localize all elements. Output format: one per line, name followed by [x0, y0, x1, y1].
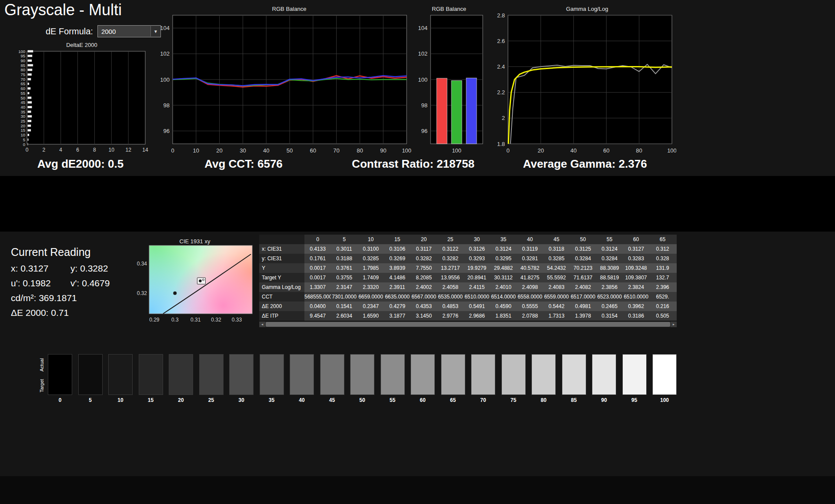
- table-value-cell: 19.9279: [464, 263, 490, 273]
- table-value-cell: 1.8351: [490, 311, 517, 321]
- table-value-cell: 3.8939: [384, 263, 411, 273]
- axis-tick-label: 102: [160, 50, 170, 57]
- de-formula-dropdown[interactable]: 2000 ▼: [97, 25, 161, 37]
- swatch-level-label: 30: [229, 397, 254, 403]
- table-value-cell: 70.2123: [570, 263, 596, 273]
- deltae-bar: [27, 115, 32, 118]
- axis-tick-label: 100: [418, 76, 428, 83]
- grayscale-swatch-55: [381, 354, 405, 395]
- axis-tick-label: 98: [421, 102, 428, 109]
- swatch-level-label: 90: [592, 397, 616, 403]
- grayscale-patch: 90: [592, 354, 616, 403]
- grayscale-patch: 5: [78, 354, 103, 403]
- grayscale-swatch-70: [471, 354, 495, 395]
- scroll-right-button[interactable]: ►: [671, 322, 677, 327]
- table-value-cell: 132.7: [649, 273, 676, 282]
- planckian-locus-curve: [163, 254, 251, 314]
- table-col-header: 40: [517, 235, 543, 244]
- table-value-cell: 0.2347: [357, 302, 384, 311]
- table-value-cell: 0.0400: [304, 302, 331, 311]
- grayscale-patch: 15: [139, 354, 163, 403]
- table-value-cell: 0.0017: [304, 273, 331, 282]
- table-value-cell: 0.3122: [437, 244, 464, 254]
- de-formula-row: dE Formula: 2000 ▼: [46, 25, 161, 37]
- red-bar: [437, 78, 447, 144]
- grayscale-patch: 0: [48, 354, 72, 403]
- axis-tick-label: 100: [18, 49, 25, 54]
- axis-tick-label: 0: [26, 147, 29, 153]
- axis-tick-label: 96: [164, 128, 170, 134]
- table-value-cell: 71.6137: [570, 273, 596, 282]
- table-value-cell: 2.3911: [384, 282, 411, 292]
- axis-tick-label: 6: [76, 147, 79, 153]
- table-value-cell: 13.9556: [437, 273, 464, 282]
- table-value-cell: 0.3127: [623, 244, 649, 254]
- axis-tick-label: 2: [502, 115, 505, 121]
- table-value-cell: 6559.0000: [543, 292, 570, 302]
- table-value-cell: 1.3978: [570, 311, 596, 321]
- deltae-bar: [27, 110, 31, 113]
- table-row-label: Gamma Log/Log: [259, 282, 304, 292]
- grayscale-patch: 45: [320, 354, 344, 403]
- stat-avg-de2000: Avg dE2000: 0.5: [17, 157, 144, 171]
- table-value-cell: 4.1486: [384, 273, 411, 282]
- table-header-row: 05101520253035404550556065: [259, 235, 677, 244]
- table-value-cell: 6523.0000: [596, 292, 623, 302]
- reading-v: v': 0.4679: [70, 278, 110, 288]
- table-value-cell: 88.5819: [596, 273, 623, 282]
- table-value-cell: 6567.0000: [411, 292, 437, 302]
- scrollbar-thumb[interactable]: [266, 322, 670, 327]
- table-value-cell: 0.3125: [570, 244, 596, 254]
- table-value-cell: 0.505: [649, 311, 676, 321]
- axis-tick-label: 2: [43, 147, 46, 153]
- table-row: ΔE 20000.04000.15410.23470.42790.43530.4…: [259, 302, 677, 311]
- axis-tick-label: 90: [380, 147, 386, 154]
- table-value-cell: 0.3285: [357, 254, 384, 263]
- table-value-cell: 0.3962: [623, 302, 649, 311]
- axis-tick-label: 70: [333, 147, 339, 154]
- swatch-level-label: 0: [48, 397, 72, 403]
- table-value-cell: 6517.0000: [570, 292, 596, 302]
- de-formula-label: dE Formula:: [46, 27, 93, 36]
- table-value-cell: 8.2085: [411, 273, 437, 282]
- table-row: Target Y0.00170.37551.74094.14868.208513…: [259, 273, 677, 282]
- axis-tick-label: 102: [418, 50, 428, 57]
- table-value-cell: 20.8941: [464, 273, 490, 282]
- table-value-cell: 2.396: [649, 282, 676, 292]
- grayscale-swatch-30: [229, 354, 254, 395]
- axis-tick-label: 80: [357, 147, 363, 154]
- swatch-row: 0510152025303540455055606570758085909510…: [48, 354, 677, 403]
- table-value-cell: 0.216: [649, 302, 676, 311]
- reference-point: [173, 292, 177, 295]
- table-value-cell: 0.4590: [490, 302, 517, 311]
- swatch-level-label: 85: [562, 397, 586, 403]
- deltae-bar: [27, 134, 29, 136]
- deltae-bar: [27, 50, 33, 53]
- table-value-cell: 30.3112: [490, 273, 517, 282]
- axis-tick-label: 0.31: [190, 317, 201, 323]
- table-value-cell: 54.2432: [543, 263, 570, 273]
- axis-tick-label: 100: [667, 147, 676, 154]
- de-formula-value: 2000: [101, 28, 116, 35]
- table-value-cell: 0.3282: [437, 254, 464, 263]
- table-value-cell: 2.4083: [543, 282, 570, 292]
- table-value-cell: 0.3284: [596, 254, 623, 263]
- grayscale-swatch-65: [441, 354, 465, 395]
- green-bar: [451, 80, 462, 144]
- axis-tick-label: 60: [603, 147, 609, 154]
- axis-tick-label: 98: [164, 102, 170, 109]
- grayscale-patch: 50: [350, 354, 374, 403]
- axis-tick-label: 85: [20, 63, 25, 68]
- grayscale-swatch-50: [350, 354, 374, 395]
- swatch-level-label: 55: [381, 397, 405, 403]
- table-value-cell: 6510.0000: [464, 292, 490, 302]
- axis-tick-label: 30: [20, 114, 25, 119]
- table-horizontal-scrollbar[interactable]: ◄ ►: [259, 322, 677, 327]
- table-row: y: CIE310.17610.31880.32850.32690.32820.…: [259, 254, 677, 263]
- table-value-cell: 2.3320: [357, 282, 384, 292]
- scroll-left-button[interactable]: ◄: [259, 322, 265, 327]
- table-value-cell: 0.2465: [596, 302, 623, 311]
- deltae-bar: [27, 138, 29, 141]
- axis-tick-label: 8: [93, 147, 96, 153]
- deltae-bar: [27, 106, 32, 108]
